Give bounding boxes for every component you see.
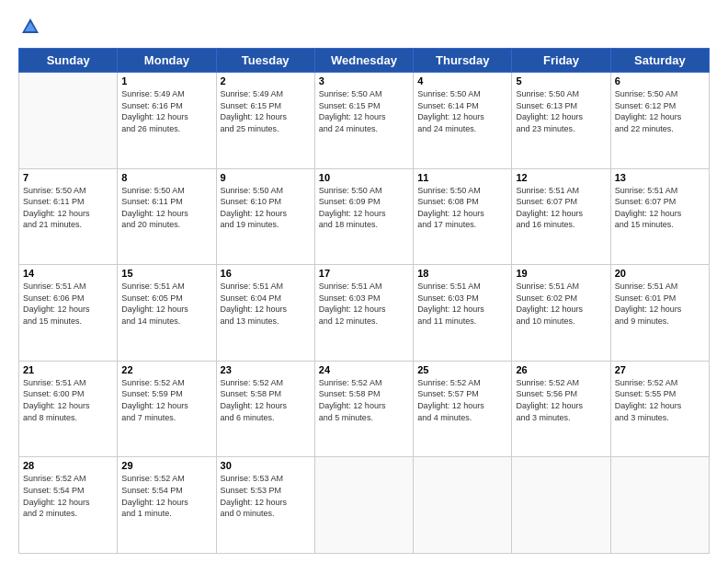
day-number: 5 bbox=[516, 75, 606, 86]
calendar-cell: 8Sunrise: 5:50 AM Sunset: 6:11 PM Daylig… bbox=[118, 168, 216, 265]
day-header-thursday: Thursday bbox=[414, 49, 512, 73]
day-header-friday: Friday bbox=[512, 49, 610, 73]
calendar-cell: 6Sunrise: 5:50 AM Sunset: 6:12 PM Daylig… bbox=[610, 73, 709, 169]
day-number: 9 bbox=[221, 172, 311, 183]
day-info: Sunrise: 5:51 AM Sunset: 6:01 PM Dayligh… bbox=[615, 281, 705, 327]
day-info: Sunrise: 5:50 AM Sunset: 6:11 PM Dayligh… bbox=[23, 185, 113, 231]
calendar-week-row: 21Sunrise: 5:51 AM Sunset: 6:00 PM Dayli… bbox=[19, 361, 710, 457]
day-info: Sunrise: 5:49 AM Sunset: 6:15 PM Dayligh… bbox=[221, 88, 311, 134]
calendar-cell: 4Sunrise: 5:50 AM Sunset: 6:14 PM Daylig… bbox=[414, 73, 512, 169]
calendar-cell: 11Sunrise: 5:50 AM Sunset: 6:08 PM Dayli… bbox=[414, 168, 512, 265]
day-info: Sunrise: 5:51 AM Sunset: 6:00 PM Dayligh… bbox=[23, 377, 113, 423]
day-number: 18 bbox=[417, 268, 507, 279]
day-number: 20 bbox=[615, 268, 705, 279]
day-info: Sunrise: 5:53 AM Sunset: 5:53 PM Dayligh… bbox=[221, 473, 311, 519]
calendar-cell: 3Sunrise: 5:50 AM Sunset: 6:15 PM Daylig… bbox=[314, 73, 413, 169]
calendar-cell: 16Sunrise: 5:51 AM Sunset: 6:04 PM Dayli… bbox=[216, 265, 314, 362]
day-info: Sunrise: 5:51 AM Sunset: 6:07 PM Dayligh… bbox=[516, 185, 606, 231]
calendar-cell: 17Sunrise: 5:51 AM Sunset: 6:03 PM Dayli… bbox=[314, 265, 413, 362]
calendar-cell: 30Sunrise: 5:53 AM Sunset: 5:53 PM Dayli… bbox=[216, 457, 314, 554]
day-info: Sunrise: 5:51 AM Sunset: 6:03 PM Dayligh… bbox=[319, 281, 409, 327]
day-number: 11 bbox=[417, 172, 507, 183]
day-info: Sunrise: 5:52 AM Sunset: 5:58 PM Dayligh… bbox=[319, 377, 409, 423]
day-info: Sunrise: 5:51 AM Sunset: 6:05 PM Dayligh… bbox=[121, 281, 211, 327]
day-info: Sunrise: 5:52 AM Sunset: 5:59 PM Dayligh… bbox=[121, 377, 211, 423]
calendar-cell bbox=[414, 457, 512, 554]
calendar-cell: 13Sunrise: 5:51 AM Sunset: 6:07 PM Dayli… bbox=[610, 168, 709, 265]
day-number: 3 bbox=[319, 75, 409, 86]
calendar-cell: 5Sunrise: 5:50 AM Sunset: 6:13 PM Daylig… bbox=[512, 73, 610, 169]
calendar-cell bbox=[610, 457, 709, 554]
calendar-cell: 7Sunrise: 5:50 AM Sunset: 6:11 PM Daylig… bbox=[19, 168, 118, 265]
calendar-cell: 9Sunrise: 5:50 AM Sunset: 6:10 PM Daylig… bbox=[216, 168, 314, 265]
day-info: Sunrise: 5:52 AM Sunset: 5:54 PM Dayligh… bbox=[121, 473, 211, 519]
day-number: 1 bbox=[121, 75, 211, 86]
day-number: 16 bbox=[221, 268, 311, 279]
header bbox=[18, 17, 710, 40]
day-header-wednesday: Wednesday bbox=[314, 49, 413, 73]
calendar-cell bbox=[19, 73, 118, 169]
calendar-cell: 24Sunrise: 5:52 AM Sunset: 5:58 PM Dayli… bbox=[314, 361, 413, 457]
calendar-cell: 20Sunrise: 5:51 AM Sunset: 6:01 PM Dayli… bbox=[610, 265, 709, 362]
day-info: Sunrise: 5:50 AM Sunset: 6:12 PM Dayligh… bbox=[615, 88, 705, 134]
day-info: Sunrise: 5:51 AM Sunset: 6:06 PM Dayligh… bbox=[23, 281, 113, 327]
day-number: 24 bbox=[319, 364, 409, 375]
day-number: 28 bbox=[23, 460, 113, 471]
calendar-cell: 22Sunrise: 5:52 AM Sunset: 5:59 PM Dayli… bbox=[118, 361, 216, 457]
calendar-cell: 25Sunrise: 5:52 AM Sunset: 5:57 PM Dayli… bbox=[414, 361, 512, 457]
day-number: 26 bbox=[516, 364, 606, 375]
calendar-table: SundayMondayTuesdayWednesdayThursdayFrid… bbox=[18, 48, 710, 554]
day-info: Sunrise: 5:50 AM Sunset: 6:11 PM Dayligh… bbox=[121, 185, 211, 231]
day-number: 15 bbox=[121, 268, 211, 279]
calendar-cell bbox=[314, 457, 413, 554]
calendar-cell: 2Sunrise: 5:49 AM Sunset: 6:15 PM Daylig… bbox=[216, 73, 314, 169]
day-number: 22 bbox=[121, 364, 211, 375]
calendar-cell: 28Sunrise: 5:52 AM Sunset: 5:54 PM Dayli… bbox=[19, 457, 118, 554]
day-number: 7 bbox=[23, 172, 113, 183]
day-info: Sunrise: 5:51 AM Sunset: 6:07 PM Dayligh… bbox=[615, 185, 705, 231]
day-number: 23 bbox=[221, 364, 311, 375]
calendar-cell: 26Sunrise: 5:52 AM Sunset: 5:56 PM Dayli… bbox=[512, 361, 610, 457]
day-header-tuesday: Tuesday bbox=[216, 49, 314, 73]
day-info: Sunrise: 5:52 AM Sunset: 5:58 PM Dayligh… bbox=[221, 377, 311, 423]
day-number: 30 bbox=[221, 460, 311, 471]
calendar-cell: 19Sunrise: 5:51 AM Sunset: 6:02 PM Dayli… bbox=[512, 265, 610, 362]
calendar-cell: 23Sunrise: 5:52 AM Sunset: 5:58 PM Dayli… bbox=[216, 361, 314, 457]
day-info: Sunrise: 5:50 AM Sunset: 6:08 PM Dayligh… bbox=[417, 185, 507, 231]
day-info: Sunrise: 5:52 AM Sunset: 5:57 PM Dayligh… bbox=[417, 377, 507, 423]
calendar-cell: 27Sunrise: 5:52 AM Sunset: 5:55 PM Dayli… bbox=[610, 361, 709, 457]
day-number: 29 bbox=[121, 460, 211, 471]
day-number: 10 bbox=[319, 172, 409, 183]
day-number: 12 bbox=[516, 172, 606, 183]
calendar-week-row: 14Sunrise: 5:51 AM Sunset: 6:06 PM Dayli… bbox=[19, 265, 710, 362]
day-number: 8 bbox=[121, 172, 211, 183]
day-info: Sunrise: 5:50 AM Sunset: 6:15 PM Dayligh… bbox=[319, 88, 409, 134]
calendar-header-row: SundayMondayTuesdayWednesdayThursdayFrid… bbox=[19, 49, 710, 73]
day-info: Sunrise: 5:52 AM Sunset: 5:55 PM Dayligh… bbox=[615, 377, 705, 423]
day-number: 27 bbox=[615, 364, 705, 375]
calendar-week-row: 7Sunrise: 5:50 AM Sunset: 6:11 PM Daylig… bbox=[19, 168, 710, 265]
day-header-monday: Monday bbox=[118, 49, 216, 73]
day-info: Sunrise: 5:51 AM Sunset: 6:02 PM Dayligh… bbox=[516, 281, 606, 327]
day-info: Sunrise: 5:51 AM Sunset: 6:03 PM Dayligh… bbox=[417, 281, 507, 327]
day-info: Sunrise: 5:49 AM Sunset: 6:16 PM Dayligh… bbox=[121, 88, 211, 134]
page: SundayMondayTuesdayWednesdayThursdayFrid… bbox=[0, 0, 728, 563]
day-info: Sunrise: 5:50 AM Sunset: 6:14 PM Dayligh… bbox=[417, 88, 507, 134]
calendar-cell: 14Sunrise: 5:51 AM Sunset: 6:06 PM Dayli… bbox=[19, 265, 118, 362]
day-header-sunday: Sunday bbox=[19, 49, 118, 73]
calendar-cell: 29Sunrise: 5:52 AM Sunset: 5:54 PM Dayli… bbox=[118, 457, 216, 554]
calendar-week-row: 28Sunrise: 5:52 AM Sunset: 5:54 PM Dayli… bbox=[19, 457, 710, 554]
day-info: Sunrise: 5:51 AM Sunset: 6:04 PM Dayligh… bbox=[221, 281, 311, 327]
calendar-cell: 1Sunrise: 5:49 AM Sunset: 6:16 PM Daylig… bbox=[118, 73, 216, 169]
day-number: 25 bbox=[417, 364, 507, 375]
calendar-cell: 15Sunrise: 5:51 AM Sunset: 6:05 PM Dayli… bbox=[118, 265, 216, 362]
day-info: Sunrise: 5:52 AM Sunset: 5:54 PM Dayligh… bbox=[23, 473, 113, 519]
day-info: Sunrise: 5:50 AM Sunset: 6:09 PM Dayligh… bbox=[319, 185, 409, 231]
day-number: 13 bbox=[615, 172, 705, 183]
day-header-saturday: Saturday bbox=[610, 49, 709, 73]
day-number: 4 bbox=[417, 75, 507, 86]
day-number: 17 bbox=[319, 268, 409, 279]
day-number: 19 bbox=[516, 268, 606, 279]
day-info: Sunrise: 5:52 AM Sunset: 5:56 PM Dayligh… bbox=[516, 377, 606, 423]
logo bbox=[18, 17, 40, 40]
